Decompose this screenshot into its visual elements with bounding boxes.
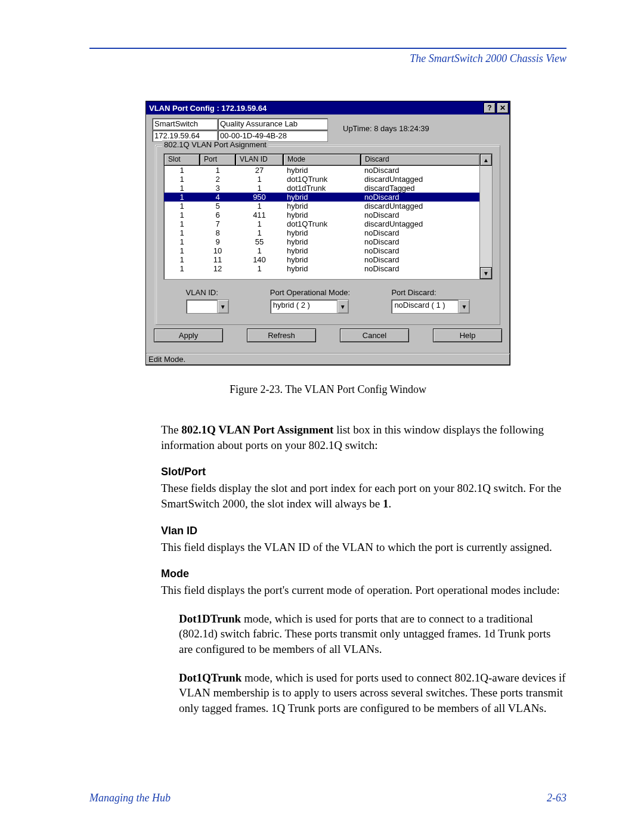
table-row[interactable]: 16411hybridnoDiscard — [164, 210, 480, 219]
figure-caption: Figure 2-23. The VLAN Port Config Window — [89, 383, 566, 396]
table-row[interactable]: 171dot1QTrunkdiscardUntagged — [164, 219, 480, 228]
heading-slot-port: Slot/Port — [161, 466, 566, 478]
column-headers: Slot Port VLAN ID Mode Discard — [164, 154, 480, 166]
vlan-port-config-dialog: VLAN Port Config : 172.19.59.64 ? ✕ Smar… — [145, 101, 510, 366]
vlan-assignment-group: 802.1Q VLAN Port Asignment Slot Port VLA… — [156, 145, 500, 325]
scrollbar[interactable]: ▲ ▼ — [479, 154, 492, 279]
col-mode[interactable]: Mode — [283, 154, 361, 166]
device-name-field: SmartSwitch — [152, 118, 218, 130]
group-caption: 802.1Q VLAN Port Asignment — [162, 140, 268, 149]
col-port[interactable]: Port — [200, 154, 236, 166]
help-button[interactable]: Help — [433, 329, 502, 342]
table-row[interactable]: 1121hybridnoDiscard — [164, 264, 480, 273]
intro-paragraph: The 802.1Q VLAN Port Assignment list box… — [161, 422, 566, 453]
port-listbox[interactable]: Slot Port VLAN ID Mode Discard 1127hybri… — [163, 153, 493, 280]
page-header: The SmartSwitch 2000 Chassis View — [89, 52, 566, 65]
heading-vlan-id: Vlan ID — [161, 525, 566, 537]
vlan-id-combo[interactable]: ▼ — [186, 299, 229, 314]
para-mode: This field displays the port's current m… — [161, 583, 566, 598]
table-row[interactable]: 121dot1QTrunkdiscardUntagged — [164, 175, 480, 184]
dialog-title: VLAN Port Config : 172.19.59.64 — [149, 104, 482, 113]
table-row[interactable]: 1101hybridnoDiscard — [164, 246, 480, 255]
table-row[interactable]: 1127hybridnoDiscard — [164, 166, 480, 175]
table-row[interactable]: 14950hybridnoDiscard — [164, 193, 480, 202]
table-row[interactable]: 131dot1dTrunkdiscardTagged — [164, 184, 480, 193]
uptime-text: UpTime: 8 days 18:24:39 — [343, 118, 429, 133]
chevron-down-icon[interactable]: ▼ — [458, 300, 469, 313]
heading-mode: Mode — [161, 568, 566, 580]
table-row[interactable]: 181hybridnoDiscard — [164, 228, 480, 237]
cancel-button[interactable]: Cancel — [340, 329, 409, 342]
vlan-id-value — [187, 300, 217, 313]
mode-value: hybrid ( 2 ) — [271, 300, 337, 313]
location-field: Quality Assurance Lab — [218, 118, 328, 130]
col-vlan[interactable]: VLAN ID — [236, 154, 283, 166]
scroll-up-icon[interactable]: ▲ — [480, 154, 492, 166]
para-slot-port: These fields display the slot and port i… — [161, 481, 566, 511]
discard-value: noDiscard ( 1 ) — [392, 300, 458, 313]
discard-combo[interactable]: noDiscard ( 1 ) ▼ — [391, 299, 470, 314]
chevron-down-icon[interactable]: ▼ — [337, 300, 348, 313]
table-row[interactable]: 151hybriddiscardUntagged — [164, 202, 480, 210]
col-discard[interactable]: Discard — [361, 154, 480, 166]
table-row[interactable]: 111140hybridnoDiscard — [164, 255, 480, 264]
footer-left: Managing the Hub — [89, 792, 171, 804]
apply-button[interactable]: Apply — [154, 329, 223, 342]
header-rule — [89, 48, 566, 49]
footer-right: 2-63 — [547, 792, 566, 804]
para-dot1q: Dot1QTrunk mode, which is used for ports… — [179, 670, 566, 716]
close-icon[interactable]: ✕ — [497, 103, 509, 113]
titlebar[interactable]: VLAN Port Config : 172.19.59.64 ? ✕ — [146, 101, 510, 114]
table-row[interactable]: 1955hybridnoDiscard — [164, 237, 480, 246]
scroll-down-icon[interactable]: ▼ — [480, 267, 492, 279]
para-dot1d: Dot1DTrunk mode, which is used for ports… — [179, 611, 566, 657]
chevron-down-icon[interactable]: ▼ — [217, 300, 228, 313]
status-bar: Edit Mode. — [146, 353, 510, 365]
help-icon[interactable]: ? — [484, 103, 496, 113]
mode-label: Port Operational Mode: — [270, 288, 350, 297]
mode-combo[interactable]: hybrid ( 2 ) ▼ — [270, 299, 349, 314]
col-slot[interactable]: Slot — [164, 154, 200, 166]
discard-label: Port Discard: — [391, 288, 436, 297]
refresh-button[interactable]: Refresh — [247, 329, 316, 342]
para-vlan-id: This field displays the VLAN ID of the V… — [161, 540, 566, 555]
vlan-id-label: VLAN ID: — [186, 288, 218, 297]
